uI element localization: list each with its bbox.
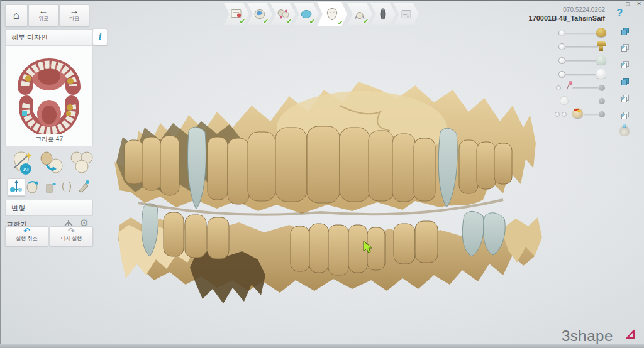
crown-caption: 크라운 47 <box>6 135 92 144</box>
layer-view-icon-5[interactable] <box>621 95 630 103</box>
white-tooth-icon <box>596 69 606 79</box>
layer-view-icon-2[interactable] <box>621 44 630 52</box>
design-panel-title: 혜부 디자인 <box>5 29 93 45</box>
arch-overview-card[interactable]: 크라운 47 <box>5 45 93 146</box>
slider-pin-marker[interactable] <box>558 82 606 94</box>
sculpt-knife-tool-icon[interactable] <box>75 178 92 195</box>
workflow-step-manufacturing[interactable] <box>394 3 419 25</box>
workflow-step-scan-preparation[interactable]: ✔ <box>294 3 319 25</box>
window-close-button[interactable]: ✕ <box>635 1 643 7</box>
app-window: ⌂ ← 위로 → 다음 혜부 디자인 i 크라운 47 <box>0 0 644 348</box>
slider-ghost-tooth[interactable] <box>558 95 606 107</box>
window-edge-top <box>0 0 644 1</box>
threeshape-logo-mark <box>625 329 636 340</box>
arch-overview-image <box>6 46 92 134</box>
gold-die-icon <box>597 41 606 46</box>
home-button[interactable]: ⌂ <box>5 4 28 26</box>
threeshape-logo-text: 3shape <box>562 327 613 345</box>
slider-knob[interactable] <box>558 57 565 64</box>
redo-label: 다시 실행 <box>50 236 92 242</box>
back-button[interactable]: ← 위로 <box>28 4 58 26</box>
check-icon: ✔ <box>309 18 315 26</box>
workflow-step-segmentation[interactable]: ✔ <box>270 3 296 25</box>
ghost-tooth-icon <box>560 96 569 105</box>
teeth-group-icon[interactable] <box>68 148 96 176</box>
undo-icon: ↶ <box>6 227 48 236</box>
slider-knob[interactable] <box>558 71 565 78</box>
slider-track[interactable] <box>564 60 599 62</box>
back-label: 위로 <box>29 16 58 21</box>
radio-ring[interactable] <box>562 112 567 117</box>
next-button[interactable]: → 다음 <box>59 4 89 26</box>
measure-tooth-icon[interactable] <box>619 126 630 136</box>
slider-end-dot[interactable] <box>599 85 605 91</box>
workflow-step-order-form[interactable]: ✔ <box>224 3 249 25</box>
check-icon: ✔ <box>286 18 292 26</box>
slider-track[interactable] <box>564 46 599 48</box>
design-tools-block: AI <box>5 147 93 200</box>
check-icon: ✔ <box>363 18 369 26</box>
slider-gold-crown[interactable] <box>558 28 606 39</box>
next-arrow-icon: → <box>60 5 89 16</box>
redo-button[interactable]: ↷ 다시 실행 <box>50 226 93 246</box>
slider-marked-tooth[interactable] <box>558 109 606 120</box>
slider-track[interactable] <box>564 33 599 35</box>
check-icon: ✔ <box>240 18 245 26</box>
slider-white-tooth[interactable] <box>558 69 606 80</box>
slider-knob[interactable] <box>558 30 565 36</box>
check-icon: ✔ <box>338 19 343 27</box>
undo-button[interactable]: ↶ 실행 취소 <box>5 226 48 246</box>
back-arrow-icon: ← <box>29 5 58 16</box>
marked-tooth-icon <box>572 108 583 118</box>
wax-add-tool-icon[interactable] <box>42 178 58 195</box>
lower-dark-patch <box>190 250 265 303</box>
slider-mint-tooth[interactable] <box>558 55 606 67</box>
slider-track[interactable] <box>564 74 599 76</box>
window-maximize-button[interactable]: □ <box>623 1 632 7</box>
gold-crown-icon <box>596 28 606 37</box>
window-edge-bottom <box>0 344 644 348</box>
mint-tooth-icon <box>596 55 606 65</box>
next-label: 다음 <box>60 16 89 21</box>
mirror-teeth-tool-icon[interactable] <box>58 178 75 195</box>
help-icon[interactable]: ? <box>616 7 623 19</box>
window-edge-left <box>0 0 1 348</box>
slider-track[interactable] <box>584 114 599 116</box>
case-id: 170001B-48_TahsinSaif <box>529 14 605 22</box>
workflow-step-crown-design[interactable]: ✔ <box>317 2 347 26</box>
selected-tooth-marker <box>22 111 27 116</box>
rotate-tooth-tool-icon[interactable] <box>25 178 41 195</box>
slider-end-dot[interactable] <box>599 98 605 104</box>
check-icon: ✔ <box>263 18 269 26</box>
model-viewport[interactable] <box>101 68 544 310</box>
slider-knob[interactable] <box>558 43 565 50</box>
layer-view-icon-1[interactable] <box>621 28 630 36</box>
copy-anatomy-icon[interactable] <box>38 148 65 176</box>
dental-3d-model <box>101 68 544 310</box>
transform-section-header[interactable]: 변형 <box>5 200 93 216</box>
layer-view-icon-6[interactable] <box>621 112 630 120</box>
slider-gold-die[interactable] <box>558 41 606 53</box>
ai-smile-design-icon[interactable]: AI <box>8 148 35 176</box>
move-axis-tool-icon[interactable] <box>8 178 25 196</box>
slider-track[interactable] <box>572 87 599 89</box>
radio-ring[interactable] <box>556 85 561 90</box>
workflow-step-articulation[interactable]: ✔ <box>347 3 372 25</box>
undo-label: 실행 취소 <box>6 236 48 242</box>
workflow-step-scan-import[interactable]: ✔ <box>247 3 272 25</box>
layer-view-icon-4[interactable] <box>621 78 630 86</box>
workflow-step-abutment[interactable] <box>370 3 396 25</box>
radio-ring[interactable] <box>555 112 560 117</box>
layer-view-icon-3[interactable] <box>621 61 630 69</box>
pin-marker-icon <box>565 81 572 91</box>
slider-end-dot[interactable] <box>599 111 605 117</box>
window-minimize-button[interactable]: – <box>612 1 621 7</box>
info-icon[interactable]: i <box>92 28 108 45</box>
svg-text:AI: AI <box>23 166 29 173</box>
redo-icon: ↷ <box>50 227 92 236</box>
phone-number: 070.5224.0262 <box>563 6 605 13</box>
